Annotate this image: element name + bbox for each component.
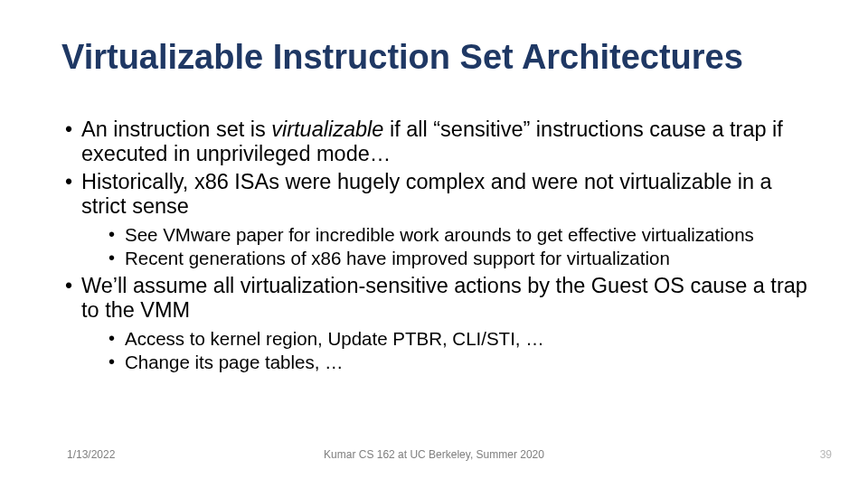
text-run: An instruction set is <box>81 117 271 141</box>
text-run: Historically, x86 ISAs were hugely compl… <box>81 170 772 218</box>
bullet-sub-item: See VMware paper for incredible work aro… <box>81 224 816 246</box>
footer-attribution: Kumar CS 162 at UC Berkeley, Summer 2020 <box>0 448 868 461</box>
bullet-sub-item: Change its page tables, … <box>81 352 816 373</box>
bullet-item: An instruction set is virtualizable if a… <box>61 117 816 166</box>
bullet-sub-item: Recent generations of x86 have improved … <box>81 248 816 269</box>
bullet-sub-item: Access to kernel region, Update PTBR, CL… <box>81 328 816 350</box>
bullet-item: Historically, x86 ISAs were hugely compl… <box>61 170 816 268</box>
bullet-list-level1: An instruction set is virtualizable if a… <box>61 117 816 372</box>
text-run: We’ll assume all virtualization-sensitiv… <box>81 274 807 322</box>
text-run-italic: virtualizable <box>271 117 383 141</box>
bullet-list-level2: See VMware paper for incredible work aro… <box>81 224 816 268</box>
footer-page-number: 39 <box>820 448 832 461</box>
slide: Virtualizable Instruction Set Architectu… <box>0 0 868 488</box>
bullet-list-level2: Access to kernel region, Update PTBR, CL… <box>81 328 816 372</box>
slide-body: An instruction set is virtualizable if a… <box>61 117 816 378</box>
slide-title: Virtualizable Instruction Set Architectu… <box>61 38 743 77</box>
bullet-item: We’ll assume all virtualization-sensitiv… <box>61 274 816 372</box>
